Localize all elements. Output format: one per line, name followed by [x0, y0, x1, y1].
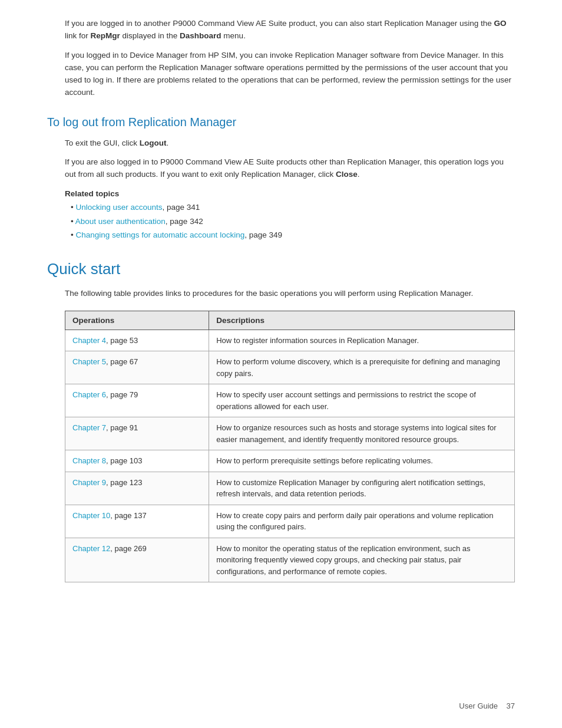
table-cell-description: How to customize Replication Manager by …	[209, 472, 515, 505]
chapter-link-4[interactable]: Chapter 8	[72, 456, 106, 465]
dashboard-bold: Dashboard	[180, 31, 222, 40]
quickstart-intro: The following table provides links to pr…	[65, 288, 515, 300]
footer-label: User Guide	[459, 701, 498, 710]
chapter-link-2[interactable]: Chapter 6	[72, 390, 106, 399]
table-cell-operation: Chapter 4, page 53	[65, 330, 209, 351]
logout-para1: To exit the GUI, click Logout.	[65, 137, 515, 150]
related-topic-1: Unlocking user accounts, page 341	[71, 202, 515, 213]
table-cell-description: How to specify user account settings and…	[209, 384, 515, 417]
table-cell-description: How to perform volume discovery, which i…	[209, 351, 515, 384]
chapter-link-0[interactable]: Chapter 4	[72, 336, 106, 345]
account-locking-link[interactable]: Changing settings for automatic account …	[75, 230, 244, 239]
chapter-link-5[interactable]: Chapter 9	[72, 478, 106, 487]
table-cell-description: How to monitor the operating status of t…	[209, 538, 515, 582]
table-cell-operation: Chapter 7, page 91	[65, 417, 209, 450]
table-cell-operation: Chapter 5, page 67	[65, 351, 209, 384]
intro-para2: If you logged in to Device Manager from …	[65, 50, 515, 99]
table-row: Chapter 12, page 269How to monitor the o…	[65, 538, 515, 582]
table-cell-description: How to organize resources such as hosts …	[209, 417, 515, 450]
quick-start-table: Operations Descriptions Chapter 4, page …	[65, 311, 515, 583]
table-row: Chapter 8, page 103How to perform prereq…	[65, 450, 515, 472]
quickstart-heading: Quick start	[47, 260, 515, 278]
table-row: Chapter 5, page 67How to perform volume …	[65, 351, 515, 384]
table-row: Chapter 4, page 53How to register inform…	[65, 330, 515, 351]
chapter-link-6[interactable]: Chapter 10	[72, 511, 110, 520]
table-cell-operation: Chapter 10, page 137	[65, 505, 209, 538]
chapter-link-3[interactable]: Chapter 7	[72, 423, 106, 432]
table-cell-operation: Chapter 6, page 79	[65, 384, 209, 417]
table-cell-operation: Chapter 9, page 123	[65, 472, 209, 505]
table-cell-operation: Chapter 8, page 103	[65, 450, 209, 472]
table-cell-description: How to perform prerequisite settings bef…	[209, 450, 515, 472]
related-topics-list: Unlocking user accounts, page 341 About …	[71, 202, 515, 241]
user-auth-link[interactable]: About user authentication	[75, 217, 166, 226]
unlocking-accounts-link[interactable]: Unlocking user accounts	[75, 203, 162, 212]
table-cell-description: How to register information sources in R…	[209, 330, 515, 351]
table-cell-operation: Chapter 12, page 269	[65, 538, 209, 582]
go-bold: GO	[494, 19, 506, 28]
page-number: 37	[507, 701, 515, 710]
repmgr-bold: RepMgr	[91, 31, 120, 40]
close-bold: Close	[336, 170, 358, 179]
logout-para2: If you are also logged in to P9000 Comma…	[65, 156, 515, 181]
chapter-link-7[interactable]: Chapter 12	[72, 544, 110, 553]
related-topics-heading: Related topics	[65, 189, 515, 198]
logout-section-heading: To log out from Replication Manager	[47, 116, 515, 129]
table-header-operations: Operations	[65, 311, 209, 330]
table-cell-description: How to create copy pairs and perform dai…	[209, 505, 515, 538]
table-row: Chapter 10, page 137How to create copy p…	[65, 505, 515, 538]
logout-bold: Logout	[140, 139, 167, 147]
table-header-descriptions: Descriptions	[209, 311, 515, 330]
related-topic-3: Changing settings for automatic account …	[71, 229, 515, 241]
table-row: Chapter 9, page 123How to customize Repl…	[65, 472, 515, 505]
chapter-link-1[interactable]: Chapter 5	[72, 357, 106, 366]
page-footer: User Guide 37	[459, 701, 515, 710]
table-row: Chapter 6, page 79How to specify user ac…	[65, 384, 515, 417]
related-topic-2: About user authentication, page 342	[71, 216, 515, 228]
intro-para1: If you are logged in to another P9000 Co…	[65, 18, 515, 42]
table-row: Chapter 7, page 91How to organize resour…	[65, 417, 515, 450]
